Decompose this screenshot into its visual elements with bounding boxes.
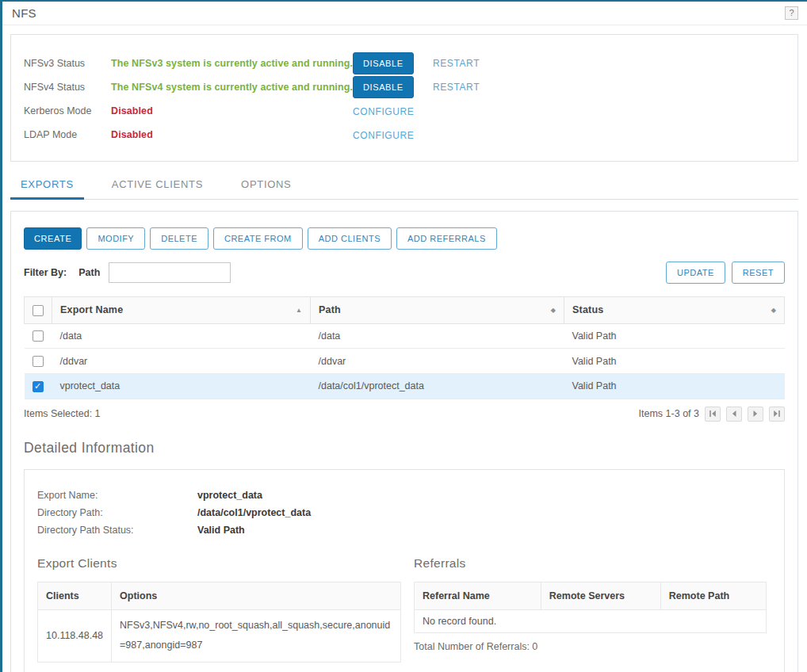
export-name-header-label: Export Name <box>60 304 123 315</box>
referrals-table: Referral Name Remote Servers Remote Path… <box>414 582 767 633</box>
referrals-header: Referral Name Remote Servers Remote Path <box>415 582 767 609</box>
nfsv3-status-row: NFSv3 Status The NFSv3 system is current… <box>24 52 797 75</box>
no-record-label: No record found. <box>415 609 767 632</box>
nfsv3-restart-link[interactable]: RESTART <box>433 58 480 69</box>
directory-path-status-field-label: Directory Path Status: <box>37 525 197 536</box>
export-name-field-label: Export Name: <box>37 490 197 501</box>
next-page-icon[interactable] <box>748 407 763 422</box>
update-button[interactable]: UPDATE <box>666 262 725 284</box>
page-title: NFS <box>12 6 36 20</box>
column-header-path[interactable]: Path ◆ <box>311 297 564 324</box>
filter-by-label: Filter By: <box>24 267 67 278</box>
total-referrals-label: Total Number of Referrals: 0 <box>414 641 767 652</box>
filter-row: Filter By: Path UPDATE RESET <box>24 262 785 284</box>
exports-table-header: Export Name ▲ Path ◆ Status ◆ <box>25 297 785 324</box>
path-filter-input[interactable] <box>109 262 231 283</box>
status-header-label: Status <box>572 304 603 315</box>
kerberos-configure-link[interactable]: CONFIGURE <box>353 106 414 117</box>
path-cell: /data <box>311 323 564 349</box>
previous-page-icon[interactable] <box>726 407 742 422</box>
add-clients-button[interactable]: ADD CLIENTS <box>308 227 392 250</box>
create-from-button[interactable]: CREATE FROM <box>213 227 303 250</box>
export-name-cell: /ddvar <box>52 349 311 374</box>
nfsv4-disable-button[interactable]: DISABLE <box>353 76 414 98</box>
first-page-icon[interactable] <box>705 407 721 422</box>
ldap-mode-row: LDAP Mode Disabled CONFIGURE <box>24 123 797 147</box>
directory-path-field-label: Directory Path: <box>37 507 197 518</box>
column-header-status[interactable]: Status ◆ <box>564 297 785 324</box>
help-icon[interactable]: ? <box>785 6 798 20</box>
tab-exports[interactable]: EXPORTS <box>10 175 84 200</box>
select-all-checkbox[interactable] <box>33 305 44 316</box>
remote-path-column-header: Remote Path <box>660 582 766 609</box>
ldap-configure-link[interactable]: CONFIGURE <box>353 130 414 141</box>
nfsv4-status-text: The NFSv4 system is currently active and… <box>111 82 353 93</box>
pagination-range-label: Items 1-3 of 3 <box>639 408 699 419</box>
create-button[interactable]: CREATE <box>24 227 82 250</box>
exports-table: Export Name ▲ Path ◆ Status ◆ <box>24 296 785 399</box>
nfsv4-status-row: NFSv4 Status The NFSv4 system is current… <box>24 75 797 99</box>
table-row[interactable]: /data /data Valid Path <box>25 323 785 349</box>
directory-path-status-field: Directory Path Status: Valid Path <box>37 525 767 536</box>
modify-button[interactable]: MODIFY <box>86 227 145 250</box>
ldap-mode-label: LDAP Mode <box>24 129 111 140</box>
export-clients-heading: Export Clients <box>37 556 401 571</box>
remote-servers-column-header: Remote Servers <box>541 582 660 609</box>
filter-path-label: Path <box>78 267 100 278</box>
export-name-field-value: vprotect_data <box>197 490 262 501</box>
export-client-row[interactable]: 10.118.48.48 NFSv3,NFSv4,rw,no_root_squa… <box>38 609 401 662</box>
page-header: NFS ? <box>2 2 807 25</box>
nfsv4-restart-link[interactable]: RESTART <box>433 82 480 93</box>
sort-unsorted-icon[interactable]: ◆ <box>771 307 776 314</box>
export-clients-table: Clients Options 10.118.48.48 NFSv3,NFSv4… <box>37 582 401 662</box>
row-checkbox[interactable] <box>33 330 44 342</box>
kerberos-mode-text: Disabled <box>111 105 353 116</box>
delete-button[interactable]: DELETE <box>150 227 208 250</box>
row-checkbox[interactable] <box>33 356 44 367</box>
last-page-icon[interactable] <box>769 407 785 422</box>
client-ip-cell: 10.118.48.48 <box>38 609 112 662</box>
status-cell: Valid Path <box>564 323 785 349</box>
sort-unsorted-icon[interactable]: ◆ <box>551 307 556 314</box>
table-row[interactable]: vprotect_data /data/col1/vprotect_data V… <box>25 374 785 399</box>
nfsv3-status-text: The NFSv3 system is currently active and… <box>111 58 353 69</box>
export-name-cell: /data <box>52 323 311 349</box>
export-clients-header: Clients Options <box>38 582 401 609</box>
path-cell: /data/col1/vprotect_data <box>311 374 564 399</box>
reset-button[interactable]: RESET <box>732 262 785 284</box>
row-checkbox[interactable] <box>33 381 44 392</box>
clients-column-header: Clients <box>38 582 112 609</box>
add-referrals-button[interactable]: ADD REFERRALS <box>396 227 497 250</box>
pagination: Items 1-3 of 3 <box>639 407 785 422</box>
exports-panel: CREATE MODIFY DELETE CREATE FROM ADD CLI… <box>10 211 798 672</box>
path-header-label: Path <box>319 304 341 315</box>
options-column-header: Options <box>112 582 401 609</box>
status-cell: Valid Path <box>564 374 785 399</box>
sort-ascending-icon[interactable]: ▲ <box>296 307 302 314</box>
tab-options[interactable]: OPTIONS <box>231 175 301 200</box>
path-cell: /ddvar <box>311 349 564 374</box>
referrals-heading: Referrals <box>414 556 767 571</box>
client-options-cell: NFSv3,NFSv4,rw,no_root_squash,all_squash… <box>112 609 401 662</box>
exports-toolbar: CREATE MODIFY DELETE CREATE FROM ADD CLI… <box>24 227 785 250</box>
nfsv4-status-label: NFSv4 Status <box>24 82 111 93</box>
kerberos-mode-row: Kerberos Mode Disabled CONFIGURE <box>24 99 797 123</box>
referrals-section: Referrals Referral Name Remote Servers R… <box>414 556 767 672</box>
export-name-field: Export Name: vprotect_data <box>37 490 767 501</box>
ldap-mode-text: Disabled <box>111 129 353 140</box>
column-header-export-name[interactable]: Export Name ▲ <box>52 297 311 324</box>
referral-name-column-header: Referral Name <box>415 582 541 609</box>
export-name-cell: vprotect_data <box>52 374 311 399</box>
nfsv3-disable-button[interactable]: DISABLE <box>353 52 414 74</box>
tab-bar: EXPORTS ACTIVE CLIENTS OPTIONS <box>10 175 798 200</box>
kerberos-mode-label: Kerberos Mode <box>24 105 111 116</box>
items-selected-label: Items Selected: 1 <box>24 408 101 419</box>
referrals-empty-row: No record found. <box>415 609 767 632</box>
directory-path-field-value: /data/col1/vprotect_data <box>197 507 311 518</box>
nfsv3-status-label: NFSv3 Status <box>24 58 111 69</box>
detailed-information-heading: Detailed Information <box>24 440 785 456</box>
table-row[interactable]: /ddvar /ddvar Valid Path <box>25 349 785 374</box>
tab-active-clients[interactable]: ACTIVE CLIENTS <box>101 175 213 200</box>
directory-path-field: Directory Path: /data/col1/vprotect_data <box>37 507 767 518</box>
table-footer: Items Selected: 1 Items 1-3 of 3 <box>24 407 785 422</box>
